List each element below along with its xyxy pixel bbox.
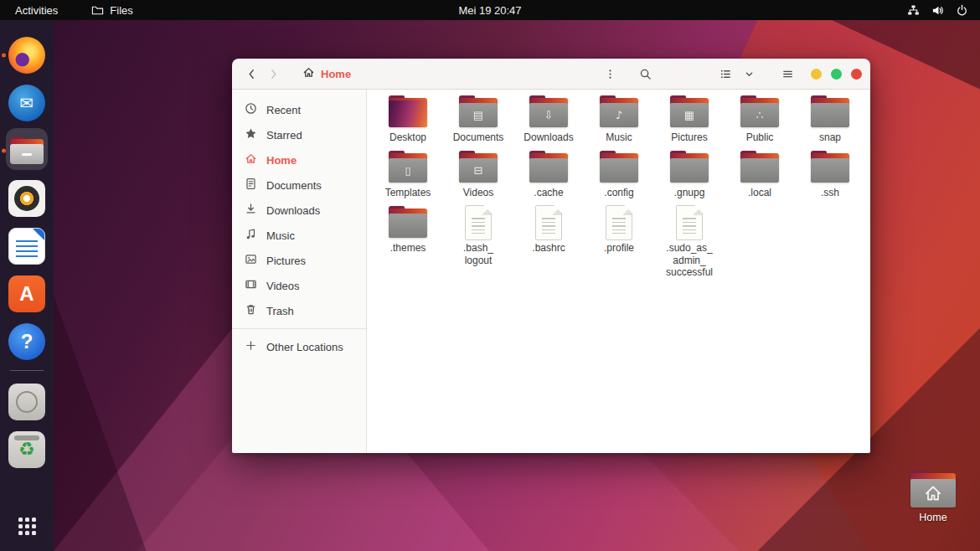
dock-help[interactable]: ? [0, 317, 54, 365]
folder-icon [740, 151, 779, 183]
file-label: .profile [604, 242, 634, 255]
activities-button[interactable]: Activities [15, 4, 58, 17]
file-view: Desktop ▤ Documents ⇩ Downloads ♪ Music [367, 90, 870, 453]
app-menu-files[interactable]: Files [91, 4, 132, 17]
file-item-documents[interactable]: ▤ Documents [443, 94, 513, 149]
sidebar-divider [232, 328, 366, 329]
sidebar-item-home[interactable]: Home [232, 147, 366, 173]
trash-icon [245, 303, 257, 318]
file-item-local[interactable]: .local [725, 149, 795, 204]
folder-icon: ⊟ [459, 151, 498, 183]
music-note-icon [245, 228, 257, 243]
sidebar-item-documents[interactable]: Documents [232, 173, 366, 198]
sidebar-item-pictures[interactable]: Pictures [232, 248, 366, 273]
star-icon [245, 127, 257, 142]
clock[interactable]: Mei 19 20:47 [458, 0, 521, 20]
file-item-ssh[interactable]: .ssh [795, 149, 865, 204]
back-button[interactable] [240, 63, 262, 85]
trash-bin-icon: ♻ [8, 431, 45, 468]
videos-emblem-icon: ⊟ [474, 165, 483, 176]
dock-ubuntu-software[interactable]: A [0, 270, 54, 317]
dock-firefox[interactable] [0, 31, 54, 79]
file-item-pictures[interactable]: ▦ Pictures [654, 94, 725, 149]
sidebar-item-music[interactable]: Music [232, 223, 366, 248]
file-item-cache[interactable]: .cache [513, 149, 584, 204]
sidebar-item-other-locations[interactable]: Other Locations [232, 334, 366, 359]
file-item-videos[interactable]: ⊟ Videos [443, 149, 513, 204]
file-label: .gnupg [674, 187, 705, 199]
folder-icon [600, 151, 638, 183]
sidebar-item-starred[interactable]: Starred [232, 122, 366, 147]
dock-thunderbird[interactable]: ✉ [0, 79, 54, 126]
breadcrumb-label: Home [321, 68, 351, 80]
dock-libreoffice-writer[interactable] [0, 222, 54, 270]
file-item-config[interactable]: .config [584, 149, 654, 204]
text-file-icon [535, 205, 562, 240]
view-options-dropdown[interactable] [737, 63, 761, 85]
search-button[interactable] [633, 63, 657, 85]
file-item-sudo-as-admin-successful[interactable]: .sudo_as_ admin_ successful [654, 204, 725, 279]
file-item-bashrc[interactable]: .bashrc [513, 204, 584, 279]
file-item-gnupg[interactable]: .gnupg [654, 149, 725, 204]
file-label: .bash_ logout [463, 242, 493, 266]
picture-icon [245, 253, 257, 268]
dock-divider [10, 370, 44, 371]
help-icon: ? [8, 323, 45, 360]
file-label: .sudo_as_ admin_ successful [666, 242, 713, 279]
hamburger-menu-button[interactable] [776, 63, 799, 85]
file-item-bash-logout[interactable]: .bash_ logout [443, 204, 513, 279]
file-label: .cache [534, 187, 563, 199]
documents-emblem-icon: ▤ [473, 110, 483, 121]
folder-icon [389, 206, 427, 238]
file-label: .bashrc [532, 242, 565, 255]
plus-icon [245, 339, 257, 354]
forward-button[interactable] [262, 63, 284, 85]
file-item-themes[interactable]: .themes [373, 204, 443, 279]
file-label: snap [819, 131, 841, 144]
downloads-emblem-icon: ⇩ [544, 110, 554, 121]
dock-disks[interactable] [0, 378, 54, 425]
file-item-templates[interactable]: ▯ Templates [373, 149, 443, 204]
folder-icon: ♪ [600, 95, 638, 127]
app-menu-label: Files [110, 4, 132, 17]
home-folder-icon [910, 471, 956, 507]
folder-icon: ⇩ [529, 95, 568, 127]
file-label: .themes [390, 242, 426, 255]
file-item-profile[interactable]: .profile [584, 204, 654, 279]
more-options-button[interactable] [598, 63, 622, 85]
dock-trash[interactable]: ♻ [0, 425, 54, 473]
sidebar-item-recent[interactable]: Recent [232, 97, 366, 122]
file-label: .config [604, 187, 633, 199]
window-controls [811, 69, 862, 80]
close-button[interactable] [851, 69, 862, 80]
file-label: Pictures [671, 131, 707, 144]
folder-icon [811, 95, 849, 127]
thunderbird-icon: ✉ [8, 85, 45, 121]
file-item-music[interactable]: ♪ Music [584, 94, 654, 149]
folder-icon [811, 151, 849, 183]
firefox-icon [8, 37, 45, 74]
show-applications-icon[interactable] [17, 516, 37, 536]
folder-icon [529, 151, 568, 183]
pictures-emblem-icon: ▦ [684, 110, 694, 121]
sidebar-item-trash[interactable]: Trash [232, 298, 366, 323]
dock: ✉ A ? ♻ [0, 20, 54, 551]
list-view-button[interactable] [714, 63, 737, 85]
minimize-button[interactable] [811, 69, 822, 80]
maximize-button[interactable] [831, 69, 842, 80]
dock-files[interactable] [0, 126, 54, 174]
sidebar-item-videos[interactable]: Videos [232, 273, 366, 298]
file-label: Public [746, 131, 774, 144]
breadcrumb[interactable]: Home [296, 64, 358, 85]
file-label: Documents [453, 131, 504, 144]
disks-icon [8, 384, 45, 420]
sidebar-item-downloads[interactable]: Downloads [232, 198, 366, 223]
file-item-public[interactable]: ∴ Public [725, 94, 795, 149]
desktop-folder-icon [389, 95, 427, 127]
system-status-area[interactable] [895, 0, 980, 20]
file-item-snap[interactable]: snap [795, 94, 865, 149]
file-item-downloads[interactable]: ⇩ Downloads [513, 94, 584, 149]
dock-rhythmbox[interactable] [0, 174, 54, 222]
file-item-desktop[interactable]: Desktop [373, 94, 443, 149]
desktop-home-shortcut[interactable]: Home [909, 469, 957, 523]
